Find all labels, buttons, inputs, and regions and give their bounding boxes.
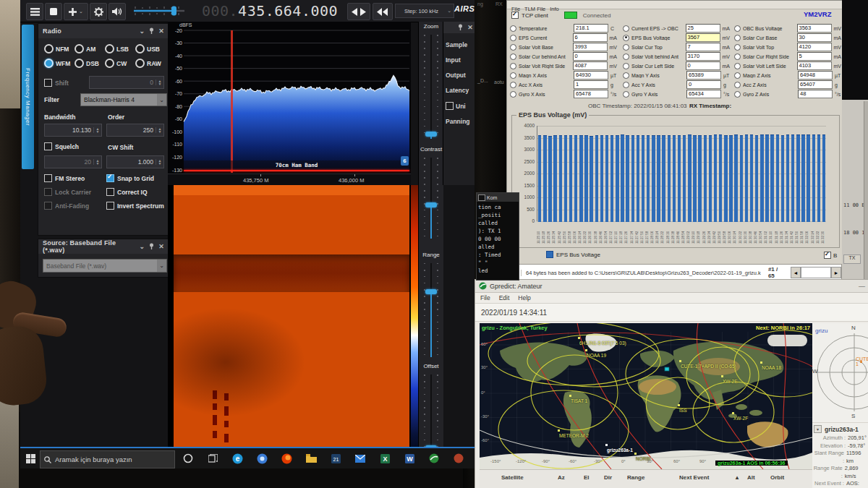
minimize-button[interactable]: —	[859, 283, 865, 290]
stop-button[interactable]	[45, 3, 62, 20]
field-radio[interactable]	[623, 44, 629, 51]
gpredict-menu-help[interactable]: Help	[518, 294, 530, 301]
audio-item-latency[interactable]: Latency	[446, 87, 475, 94]
gpredict-menu-file[interactable]: File	[480, 294, 490, 301]
scroll-left-button[interactable]: ◄	[791, 267, 801, 278]
gpredict-menu-edit[interactable]: Edit	[499, 294, 510, 301]
field-value[interactable]: 30	[797, 33, 832, 42]
satellite-label-cute-1-7-apd-ii-co-65-[interactable]: CUTE-1.7+APD II (CO-65)	[681, 364, 736, 369]
option-fm-stereo[interactable]: FM Stereo	[44, 174, 85, 182]
satellite-label-xw-2f[interactable]: XW-2F	[733, 416, 748, 421]
bandwidth-input[interactable]: 10.130▲▼	[44, 124, 102, 137]
taskbar-icon-word[interactable]: W	[402, 451, 417, 466]
frame-scroller[interactable]: ◄ ►	[791, 267, 841, 278]
audio-item-output[interactable]: Output	[446, 72, 475, 79]
settings-gear-button[interactable]	[90, 3, 107, 20]
field-radio[interactable]	[510, 35, 516, 41]
option-snap-to-grid[interactable]: Snap to Grid	[106, 174, 154, 182]
gpredict-titlebar[interactable]: Gpredict: Amateur —	[475, 280, 868, 293]
column-header-satellite[interactable]: Satellite	[501, 474, 524, 481]
pin-icon[interactable]	[458, 24, 463, 32]
field-value[interactable]: 0	[686, 61, 720, 70]
column-header-orbit[interactable]: Orbit	[770, 474, 784, 481]
source-select[interactable]: Baseband File (*.wav)⌄	[43, 259, 167, 273]
field-radio[interactable]	[510, 53, 516, 60]
tx-button[interactable]: TX	[843, 254, 861, 264]
option-invert-spectrum[interactable]: Invert Spectrum	[106, 202, 164, 210]
taskbar-icon-file-explorer[interactable]	[304, 451, 318, 466]
close-icon[interactable]: ✕	[158, 27, 164, 35]
field-radio[interactable]	[510, 91, 516, 98]
checkbox[interactable]	[106, 174, 114, 182]
field-radio[interactable]	[734, 53, 741, 60]
close-icon[interactable]: ✕	[158, 243, 164, 250]
field-radio[interactable]	[734, 91, 741, 98]
frequency-display[interactable]: 000.435.664.000	[194, 1, 346, 21]
taskbar-icon-firefox[interactable]	[279, 451, 294, 466]
mode-radio-nfm[interactable]: NFM	[44, 44, 69, 53]
source-panel-header[interactable]: Source: Baseband File (*.wav) ⌄ ✕	[38, 239, 169, 254]
field-radio[interactable]	[623, 35, 629, 41]
column-header-next-event[interactable]: Next Event	[679, 474, 709, 481]
taskbar-icon-calendar[interactable]: 21	[328, 451, 343, 466]
field-value[interactable]: 3563	[797, 24, 832, 33]
close-icon[interactable]: ✕	[467, 24, 473, 31]
field-value[interactable]: 3170	[686, 52, 720, 61]
satellite-label-6h1jn1-5-03t-7-5-03-[interactable]: 6H1JN1-5 03T(7 5 03)	[579, 341, 626, 346]
taskbar-icon-app-red[interactable]	[451, 451, 466, 466]
tcp-client-checkbox[interactable]	[511, 12, 519, 19]
tune-left-right-buttons[interactable]	[347, 3, 370, 20]
column-header-range[interactable]: Range	[627, 474, 644, 481]
taskbar-icon-chrome[interactable]	[255, 451, 269, 466]
satellite-map[interactable]: grizu - Zonguldak, Turkey Next: NORBI in…	[480, 323, 812, 469]
taskbar-icon-mail[interactable]	[353, 451, 367, 466]
add-panel-button[interactable]: ⌄	[64, 3, 88, 20]
option-correct-iq[interactable]: Correct IQ	[106, 188, 148, 196]
mode-radio-am[interactable]: AM	[75, 44, 95, 53]
checkbox[interactable]	[44, 202, 52, 210]
field-radio[interactable]	[623, 63, 629, 69]
field-radio[interactable]	[734, 72, 741, 79]
frequency-manager-tab[interactable]: Frequency Manager	[22, 25, 34, 169]
checkbox[interactable]	[106, 202, 114, 210]
console-titlebar[interactable]: Kom	[477, 193, 519, 202]
volume-speaker-icon[interactable]	[109, 3, 126, 20]
zoom-slider[interactable]	[422, 35, 441, 139]
shift-input[interactable]: 0▲▼	[89, 76, 164, 89]
field-value[interactable]: 3567	[686, 33, 720, 42]
zoom-slider-thumb[interactable]	[425, 132, 437, 137]
shift-checkbox[interactable]	[44, 79, 52, 87]
satellite-label-tisat-1[interactable]: TISAT 1	[571, 398, 587, 403]
field-radio[interactable]	[623, 25, 629, 32]
squelch-input[interactable]: 20▲▼	[44, 155, 102, 168]
field-value[interactable]: 4120	[797, 43, 832, 51]
field-radio[interactable]	[510, 25, 516, 32]
mode-radio-cw[interactable]: CW	[105, 59, 127, 68]
mode-radio-dsb[interactable]: DSB	[75, 59, 99, 68]
contrast-slider-thumb[interactable]	[425, 202, 437, 207]
field-radio[interactable]	[734, 25, 741, 32]
checkbox[interactable]	[106, 188, 114, 196]
field-value[interactable]: 25	[686, 24, 720, 33]
taskbar-icon-excel[interactable]: X	[378, 451, 392, 466]
step-select[interactable]: Step: 100 kHz ⌄	[395, 4, 454, 18]
pin-icon[interactable]	[149, 27, 154, 35]
scroll-track[interactable]	[801, 267, 831, 278]
field-radio[interactable]	[510, 44, 516, 51]
field-radio[interactable]	[623, 82, 629, 88]
filter-select[interactable]: Blackman-Harris 4⌄	[80, 93, 167, 106]
field-value[interactable]: 65389	[686, 71, 721, 80]
waterfall-display[interactable]	[168, 185, 411, 468]
column-header--[interactable]: ▴	[736, 474, 739, 481]
contrast-slider[interactable]	[422, 158, 441, 239]
scrollbar[interactable]	[864, 101, 868, 283]
field-value[interactable]: 48	[798, 90, 833, 98]
checkbox[interactable]	[446, 102, 454, 110]
column-header-alt[interactable]: Alt	[747, 474, 755, 481]
squelch-checkbox[interactable]	[44, 142, 52, 150]
mode-radio-usb[interactable]: USB	[135, 44, 160, 53]
tuning-line[interactable]	[231, 30, 233, 173]
frequency-scale[interactable]: 435,750 M 436,000 M	[168, 174, 411, 186]
audio-item-uni[interactable]: Uni	[446, 102, 475, 110]
field-value[interactable]: 64930	[574, 71, 608, 80]
